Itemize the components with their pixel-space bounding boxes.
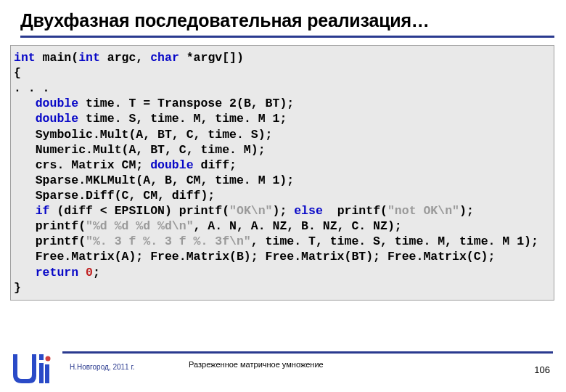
code-text: Symbolic.Mult(A, BT, C, time. S); — [36, 128, 273, 142]
code-text: printf( — [36, 219, 86, 233]
code-text: Free.Matrix(A); Free.Matrix(B); Free.Mat… — [36, 250, 496, 264]
kw-else: else — [294, 204, 323, 218]
kw-double: double — [36, 112, 78, 126]
code-text: main( — [36, 51, 78, 65]
code-text: Numeric.Mult(A, BT, C, time. M); — [36, 143, 266, 157]
footer-topic: Разреженное матричное умножение — [189, 360, 324, 369]
string-literal: "not OK\n" — [387, 204, 459, 218]
kw-if: if — [36, 204, 50, 218]
code-text: ); — [273, 204, 295, 218]
kw-int: int — [14, 51, 36, 65]
code-text: (diff < EPSILON) printf( — [50, 204, 230, 218]
code-text: Sparse.Diff(C, CM, diff); — [36, 189, 216, 203]
code-text: { — [14, 66, 21, 80]
footer: Н.Новгород, 2011 г. Разреженное матрично… — [0, 351, 566, 392]
svg-point-0 — [46, 356, 51, 362]
footer-divider — [62, 351, 553, 354]
footer-location: Н.Новгород, 2011 г. — [70, 363, 135, 371]
code-text: Sparse.MKLMult(A, B, CM, time. M 1); — [36, 173, 294, 187]
code-text: time. S, time. M, time. M 1; — [78, 112, 287, 126]
code-text: argc, — [100, 51, 150, 65]
page-number: 106 — [534, 364, 550, 375]
code-text: diff; — [194, 158, 237, 172]
code-text: printf( — [323, 204, 387, 218]
string-literal: "%d %d %d %d\n" — [86, 219, 194, 233]
kw-double: double — [36, 97, 78, 110]
code-text: *argv[]) — [179, 51, 244, 65]
code-text: ); — [459, 204, 474, 218]
code-text — [78, 266, 86, 279]
code-text: , A. N, A. NZ, B. NZ, C. NZ); — [194, 219, 402, 233]
code-text: ; — [93, 266, 100, 279]
code-text: printf( — [36, 234, 86, 248]
string-literal: "%. 3 f %. 3 f %. 3f\n" — [86, 234, 251, 248]
kw-char: char — [150, 51, 179, 65]
code-text: crs. Matrix CM; — [36, 158, 150, 172]
code-text: time. T = Transpose 2(B, BT); — [78, 97, 294, 110]
code-block: int main(int argc, char *argv[]) { . . .… — [10, 45, 554, 301]
string-literal: "OK\n" — [229, 204, 272, 218]
kw-double: double — [150, 158, 193, 172]
number-literal: 0 — [86, 266, 93, 279]
kw-int: int — [78, 51, 100, 65]
slide-title: Двухфазная последовательная реализация… — [20, 10, 554, 38]
kw-return: return — [36, 266, 78, 279]
university-logo-icon — [7, 350, 55, 389]
code-text: , time. T, time. S, time. M, time. M 1); — [251, 234, 538, 248]
code-text: . . . — [14, 81, 50, 95]
code-text: } — [14, 281, 21, 295]
